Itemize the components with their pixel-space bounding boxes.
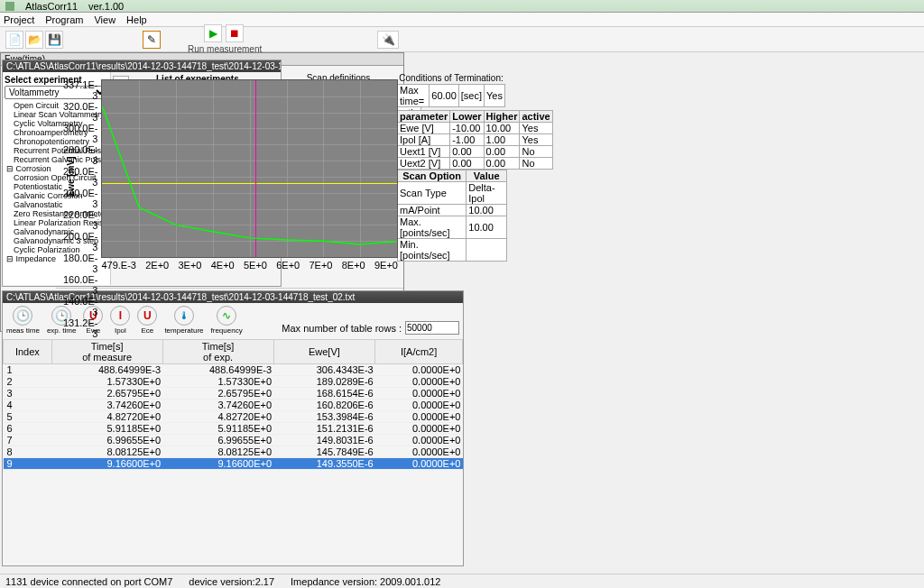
status-device: 1131 device connected on port COM7 [5, 576, 172, 587]
menu-view[interactable]: View [94, 14, 116, 25]
device-icon[interactable]: 🔌 [377, 31, 399, 49]
table-row[interactable]: 99.16600E+09.16600E+0149.3550E-60.0000E+… [4, 458, 463, 470]
table-row[interactable]: 65.91185E+05.91185E+0151.2131E-60.0000E+… [4, 423, 463, 435]
table-row[interactable]: 54.82720E+04.82720E+0153.3984E-60.0000E+… [4, 411, 463, 423]
table-row[interactable]: 21.57330E+01.57330E+0189.0289E-60.0000E+… [4, 376, 463, 388]
edit-icon[interactable]: ✎ [143, 31, 161, 49]
save-icon[interactable]: 💾 [45, 31, 63, 49]
status-imp-ver: Imepdance version: 2009.001.012 [291, 576, 440, 587]
open-icon[interactable]: 📂 [25, 31, 43, 49]
max-rows-label: Max number of table rows : [282, 323, 402, 334]
run-label: Run measurement [188, 44, 262, 54]
frequency-button[interactable]: ∿frequency [211, 306, 243, 335]
panel-path: C:\ATLAS\AtlasCorr11\results\2014-12-03-… [3, 60, 281, 72]
table-row[interactable]: 88.08125E+08.08125E+0145.7849E-60.0000E+… [4, 446, 463, 458]
menu-project[interactable]: Project [4, 14, 34, 25]
meas-time-button[interactable]: 🕒meas time [6, 306, 40, 335]
new-icon[interactable]: 📄 [5, 31, 23, 49]
table-row[interactable]: 1488.64999E-3488.64999E-3306.4343E-30.00… [4, 364, 463, 376]
app-version: ver.1.00 [88, 1, 124, 12]
menu-help[interactable]: Help [126, 14, 147, 25]
statusbar: 1131 device connected on port COM7 devic… [0, 574, 924, 588]
status-dev-ver: device version:2.17 [189, 576, 274, 587]
table-row[interactable]: 32.65795E+02.65795E+0168.6154E-60.0000E+… [4, 388, 463, 400]
run-icon[interactable]: ▶ [204, 24, 222, 42]
menubar: Project Program View Help [0, 13, 924, 27]
scan-options: Scan OptionValue Scan TypeDelta-IpolmA/P… [397, 170, 507, 262]
toolbar: 📄 📂 💾 ✎ ▶ ⏹ Run measurement 🔌 [0, 27, 924, 52]
app-icon [5, 2, 14, 11]
menu-program[interactable]: Program [45, 14, 83, 25]
stop-icon[interactable]: ⏹ [226, 24, 244, 42]
titlebar: AtlasCorr11 ver.1.00 [0, 0, 924, 13]
temperature-button[interactable]: 🌡temperature [164, 306, 203, 335]
chart-area: Ewe [mV] 337.1E-3320.0E-3300.0E-3280.0E-… [58, 79, 398, 274]
ipol-button[interactable]: IIpol [110, 306, 130, 335]
conditions-termination: Conditions of Termination: Max time=60.0… [397, 72, 505, 170]
cond-title: Conditions of Termination: [397, 72, 505, 84]
data-table: IndexTime[s]of measureTime[s]of exp.Ewe[… [3, 339, 463, 470]
app-title: AtlasCorr11 [25, 1, 78, 12]
ece-button[interactable]: UEce [137, 306, 157, 335]
max-rows-input[interactable] [405, 321, 459, 335]
table-row[interactable]: 76.99655E+06.99655E+0149.8031E-60.0000E+… [4, 435, 463, 446]
table-row[interactable]: 43.74260E+03.74260E+0160.8206E-60.0000E+… [4, 400, 463, 411]
